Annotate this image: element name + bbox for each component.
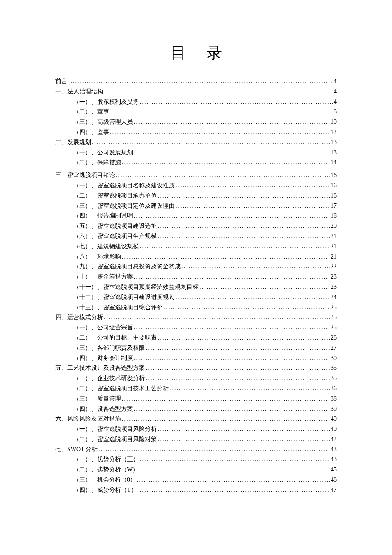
toc-page-number: 27	[331, 343, 337, 353]
toc-entry: （一）、企业技术研发分析35	[55, 373, 337, 384]
toc-leader-dots	[170, 384, 330, 394]
toc-label: （二）、密室逃脱项目技术工艺分析	[73, 384, 169, 394]
toc-label: （二）、密室逃脱项目承办单位	[73, 191, 157, 201]
toc-leader-dots	[139, 465, 330, 475]
toc-label: （二）、保障措施	[73, 157, 121, 168]
toc-label: 一、法人治理结构	[55, 87, 103, 97]
toc-entry: （六）、密室逃脱项目生产规模21	[55, 231, 337, 241]
toc-leader-dots	[146, 373, 330, 384]
toc-entry: 七、SWOT 分析43	[55, 445, 337, 455]
toc-entry: （三）、各部门职责及权限27	[55, 343, 337, 353]
toc-entry: （一）、密室逃脱项目名称及建设性质16	[55, 180, 337, 191]
toc-entry: （三）、质量管理38	[55, 394, 337, 404]
toc-leader-dots	[134, 117, 330, 127]
toc-leader-dots	[140, 241, 330, 252]
toc-label: 五、工艺技术设计及设备选型方案	[55, 363, 145, 373]
toc-leader-dots	[140, 454, 330, 465]
toc-entry: （一）、公司经营宗旨25	[55, 323, 337, 333]
toc-leader-dots	[104, 87, 333, 97]
toc-entry: （二）、劣势分析（W）45	[55, 465, 337, 475]
toc-label: （三）、机会分析（0）	[73, 475, 136, 485]
toc-entry: （八）、环境影响21	[55, 252, 337, 262]
toc-entry: 前言4	[55, 76, 337, 87]
toc-leader-dots	[176, 180, 330, 191]
toc-entry: （九）、密室逃脱项目总投资及资金构成22	[55, 262, 337, 272]
toc-page-number: 4	[334, 97, 337, 107]
toc-label: （三）、高级管理人员	[73, 117, 133, 127]
toc-label: （十）、资金筹措方案	[73, 272, 133, 282]
toc-entry: （十三）、密室逃脱项目综合评价25	[55, 302, 337, 313]
toc-leader-dots	[158, 231, 330, 241]
table-of-contents: 前言4一、法人治理结构4（一）、股东权利及义务4（二）、董事6（三）、高级管理人…	[55, 76, 337, 495]
toc-label: （十三）、密室逃脱项目综合评价	[73, 302, 163, 313]
toc-entry: （四）、设备选型方案39	[55, 404, 337, 414]
toc-label: （二）、劣势分析（W）	[73, 465, 138, 475]
toc-label: （一）、股东权利及义务	[73, 97, 139, 107]
toc-label: （一）、密室逃脱项目名称及建设性质	[73, 180, 175, 191]
toc-entry: （二）、密室逃脱项目技术工艺分析36	[55, 384, 337, 394]
page-content: 目 录 前言4一、法人治理结构4（一）、股东权利及义务4（二）、董事6（三）、高…	[0, 0, 392, 521]
toc-leader-dots	[116, 170, 330, 180]
toc-label: （四）、设备选型方案	[73, 404, 133, 414]
toc-leader-dots	[134, 404, 330, 414]
toc-label: 六、风险风险及应对措施	[55, 414, 121, 424]
toc-leader-dots	[134, 148, 330, 158]
toc-label: （二）、公司的目标、主要职责	[73, 333, 157, 343]
toc-entry: （二）、密室逃脱项目承办单位16	[55, 191, 337, 201]
toc-leader-dots	[199, 282, 330, 292]
toc-leader-dots	[137, 475, 330, 485]
toc-page-number: 4	[334, 76, 337, 87]
toc-page-number: 43	[331, 445, 337, 455]
toc-leader-dots	[176, 292, 330, 302]
toc-page-number: 4	[334, 87, 337, 97]
toc-entry: （二）、密室逃脱项目风险对策42	[55, 434, 337, 445]
toc-label: （十二）、密室逃脱项目建设进度规划	[73, 292, 175, 302]
toc-leader-dots	[122, 157, 330, 168]
toc-page-number: 40	[331, 424, 337, 434]
toc-entry: （二）、公司的目标、主要职责26	[55, 333, 337, 343]
toc-entry: （七）、建筑物建设规模21	[55, 241, 337, 252]
toc-page-number: 16	[331, 191, 337, 201]
toc-entry: （四）、财务会计制度30	[55, 353, 337, 363]
toc-entry: 三、密室逃脱项目绪论16	[55, 170, 337, 180]
toc-leader-dots	[158, 333, 330, 343]
toc-label: （一）、优势分析（三）	[73, 454, 139, 465]
toc-leader-dots	[146, 363, 330, 373]
toc-page-number: 35	[331, 363, 337, 373]
toc-page-number: 42	[331, 434, 337, 445]
toc-leader-dots	[104, 312, 330, 323]
toc-label: （九）、密室逃脱项目总投资及资金构成	[73, 262, 181, 272]
toc-label: 二、发展规划	[55, 137, 91, 148]
toc-page-number: 36	[331, 384, 337, 394]
toc-page-number: 10	[331, 117, 337, 127]
toc-leader-dots	[92, 137, 330, 148]
toc-page-number: 43	[331, 454, 337, 465]
toc-label: 三、密室逃脱项目绪论	[55, 170, 115, 180]
toc-label: （二）、密室逃脱项目风险对策	[73, 434, 157, 445]
toc-entry: （二）、保障措施14	[55, 157, 337, 168]
toc-entry: （三）、机会分析（0）46	[55, 475, 337, 485]
toc-page-number: 25	[331, 312, 337, 323]
toc-entry: （二）、董事6	[55, 107, 337, 117]
toc-label: （五）、密室逃脱项目建设选址	[73, 221, 157, 231]
toc-page-number: 6	[334, 107, 337, 117]
toc-leader-dots	[110, 107, 333, 117]
toc-label: （六）、密室逃脱项目生产规模	[73, 231, 157, 241]
toc-label: （三）、各部门职责及权限	[73, 343, 145, 353]
toc-leader-dots	[158, 221, 330, 231]
toc-page-number: 14	[331, 157, 337, 168]
toc-leader-dots	[134, 272, 330, 282]
toc-leader-dots	[182, 262, 330, 272]
toc-page-number: 47	[331, 485, 337, 495]
toc-page-number: 13	[331, 137, 337, 148]
toc-page-number: 40	[331, 414, 337, 424]
toc-entry: （四）、威胁分析（T）47	[55, 485, 337, 495]
toc-entry: （五）、密室逃脱项目建设选址20	[55, 221, 337, 231]
toc-entry: （十）、资金筹措方案23	[55, 272, 337, 282]
toc-label: （十一）、密室逃脱项目预期经济效益规划目标	[73, 282, 199, 292]
toc-entry: （十二）、密室逃脱项目建设进度规划24	[55, 292, 337, 302]
toc-page-number: 20	[331, 221, 337, 231]
toc-page-number: 21	[331, 252, 337, 262]
toc-leader-dots	[164, 302, 330, 313]
toc-page-number: 16	[331, 170, 337, 180]
